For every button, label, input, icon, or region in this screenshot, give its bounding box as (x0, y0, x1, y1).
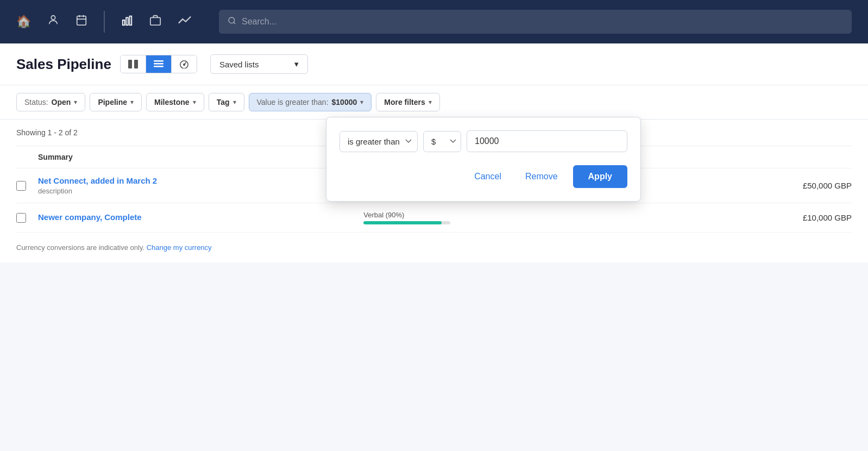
footer-text: Currency conversions are indicative only… (16, 243, 144, 252)
row-checkbox-1[interactable] (16, 181, 38, 191)
checkbox-2[interactable] (16, 213, 26, 223)
kanban-view-button[interactable] (121, 55, 146, 73)
row-milestone-2: Verbal (90%) (363, 211, 689, 224)
apply-button[interactable]: Apply (573, 165, 627, 188)
checkbox-1[interactable] (16, 181, 26, 191)
table-row: Newer company, Complete Verbal (90%) £10… (16, 203, 852, 233)
svg-point-9 (229, 17, 235, 23)
more-filters-label: More filters (384, 98, 425, 107)
person-icon[interactable] (47, 14, 59, 29)
trending-icon[interactable] (178, 14, 192, 29)
svg-rect-12 (134, 60, 138, 68)
pipeline-filter-button[interactable]: Pipeline ▾ (90, 93, 142, 111)
value-chevron-icon: ▾ (360, 98, 363, 106)
svg-rect-7 (130, 16, 132, 25)
tag-filter-label: Tag (217, 98, 230, 107)
deal-desc-1: description (38, 187, 363, 195)
deal-title-2[interactable]: Newer company, Complete (38, 212, 142, 222)
more-filters-chevron-icon: ▾ (429, 98, 432, 106)
svg-rect-11 (128, 60, 132, 68)
value-filter-value: $10000 (332, 98, 357, 107)
calendar-icon[interactable] (76, 14, 87, 29)
search-icon (228, 16, 236, 27)
svg-rect-1 (77, 16, 86, 25)
svg-line-10 (234, 22, 235, 24)
progress-bar-bg-2 (363, 221, 450, 224)
search-bar (219, 10, 852, 34)
row-summary-2: Newer company, Complete (38, 212, 363, 223)
deal-title-1[interactable]: Net Connect, added in March 2 (38, 176, 157, 185)
svg-rect-6 (126, 17, 128, 25)
remove-button[interactable]: Remove (517, 166, 567, 187)
svg-rect-13 (154, 60, 163, 62)
sub-header: Sales Pipeline Saved lists ▾ (0, 43, 868, 85)
cancel-button[interactable]: Cancel (466, 166, 510, 187)
row-checkbox-2[interactable] (16, 213, 38, 223)
more-filters-button[interactable]: More filters ▾ (376, 93, 439, 111)
tag-filter-button[interactable]: Tag ▾ (209, 93, 244, 111)
chart-icon[interactable] (121, 14, 133, 29)
briefcase-icon[interactable] (149, 14, 161, 29)
filter-popup-row: is greater than is less than is equal to… (339, 130, 627, 152)
tag-chevron-icon: ▾ (233, 98, 236, 106)
row-value-2: £10,000 GBP (689, 213, 852, 222)
saved-lists-dropdown[interactable]: Saved lists ▾ (210, 54, 308, 74)
milestone-filter-button[interactable]: Milestone ▾ (146, 93, 204, 111)
milestone-chevron-icon: ▾ (193, 98, 196, 106)
row-value-1: £50,000 GBP (689, 181, 852, 190)
pipeline-filter-label: Pipeline (98, 98, 127, 107)
status-filter-button[interactable]: Status: Open ▾ (16, 93, 85, 111)
value-filter-popup: is greater than is less than is equal to… (326, 117, 641, 202)
header-summary-col: Summary (38, 153, 363, 161)
list-view-button[interactable] (146, 55, 172, 73)
saved-lists-label: Saved lists (219, 60, 259, 69)
progress-bar-fill-2 (363, 221, 442, 224)
svg-point-17 (184, 64, 185, 66)
search-input[interactable] (242, 17, 843, 27)
change-currency-link[interactable]: Change my currency (147, 243, 212, 252)
row-summary-1: Net Connect, added in March 2 descriptio… (38, 176, 363, 195)
gauge-view-button[interactable] (172, 55, 197, 73)
top-nav: 🏠 (0, 0, 868, 43)
svg-rect-14 (154, 63, 163, 65)
page-title: Sales Pipeline (16, 56, 111, 73)
milestone-label-2: Verbal (90%) (363, 211, 689, 219)
amount-input[interactable] (467, 130, 627, 152)
filter-bar: Status: Open ▾ Pipeline ▾ Milestone ▾ Ta… (0, 85, 868, 120)
chevron-down-icon: ▾ (294, 59, 299, 69)
value-filter-button[interactable]: Value is greater than: $10000 ▾ (249, 93, 372, 111)
svg-rect-15 (154, 66, 163, 67)
nav-separator (104, 11, 105, 33)
footer: Currency conversions are indicative only… (0, 233, 868, 262)
svg-point-0 (51, 16, 55, 20)
status-filter-label: Status: (24, 98, 48, 107)
view-toggle (120, 55, 197, 73)
operator-select[interactable]: is greater than is less than is equal to… (339, 131, 418, 152)
svg-rect-8 (150, 17, 160, 25)
status-chevron-icon: ▾ (74, 98, 77, 106)
milestone-filter-label: Milestone (154, 98, 190, 107)
status-filter-value: Open (52, 98, 71, 107)
popup-actions: Cancel Remove Apply (339, 165, 627, 188)
home-icon[interactable]: 🏠 (16, 15, 31, 29)
value-filter-label: Value is greater than: (257, 98, 329, 107)
currency-select[interactable]: $ £ € (423, 131, 461, 152)
svg-rect-5 (123, 20, 125, 25)
pipeline-chevron-icon: ▾ (130, 98, 134, 106)
